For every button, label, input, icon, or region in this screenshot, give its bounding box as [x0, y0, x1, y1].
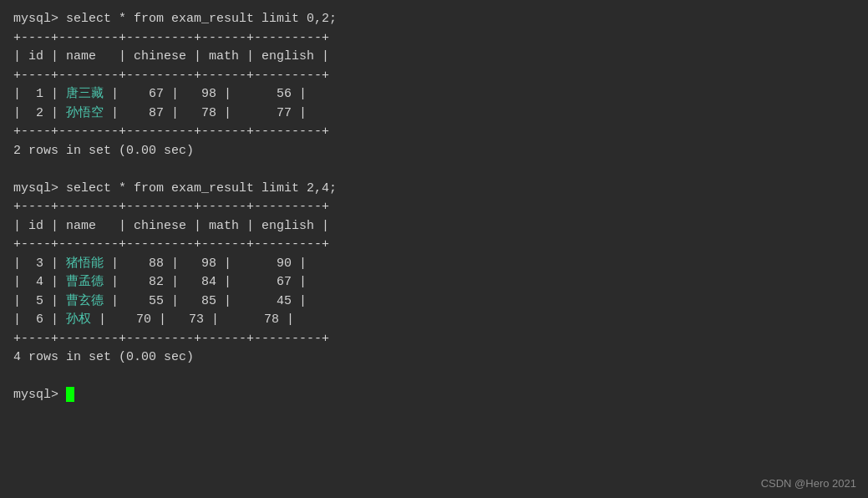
- cell-rest: | 55 | 85 | 45 |: [104, 294, 307, 308]
- table-header: | id | name | chinese | math | english |: [13, 49, 329, 64]
- prompt-text: mysql> select * from exam_result limit 0…: [13, 12, 337, 26]
- table-border: +----+--------+---------+------+--------…: [13, 31, 329, 45]
- table-border: +----+--------+---------+------+--------…: [13, 69, 329, 83]
- cell-id: | 5: [13, 294, 51, 308]
- terminal-line: | 6 | 孙权 | 70 | 73 | 78 |: [13, 311, 855, 330]
- cell-name: 猪悟能: [66, 257, 104, 271]
- terminal-line: +----+--------+---------+------+--------…: [13, 236, 855, 255]
- output-area: mysql> select * from exam_result limit 0…: [13, 10, 855, 405]
- terminal-line: | 4 | 曹孟德 | 82 | 84 | 67 |: [13, 273, 855, 292]
- cell-sep: |: [51, 313, 66, 327]
- cell-name: 曹玄德: [66, 294, 104, 308]
- terminal-line: [13, 368, 855, 387]
- cell-rest: | 70 | 73 | 78 |: [91, 313, 294, 327]
- cell-sep: |: [51, 275, 66, 289]
- result-info: 2 rows in set (0.00 sec): [13, 144, 194, 158]
- cell-name: 孙权: [66, 313, 91, 327]
- terminal-line: +----+--------+---------+------+--------…: [13, 67, 855, 86]
- terminal-line: mysql> select * from exam_result limit 2…: [13, 180, 855, 199]
- cell-name: 孙悟空: [66, 106, 104, 120]
- terminal-line: 2 rows in set (0.00 sec): [13, 142, 855, 161]
- terminal-line: +----+--------+---------+------+--------…: [13, 29, 855, 48]
- terminal-line: | 2 | 孙悟空 | 87 | 78 | 77 |: [13, 104, 855, 124]
- cell-name: 唐三藏: [66, 87, 104, 101]
- cell-rest: | 88 | 98 | 90 |: [104, 257, 307, 271]
- result-info: 4 rows in set (0.00 sec): [13, 350, 194, 364]
- cell-sep: |: [51, 106, 66, 120]
- terminal-line: | 1 | 唐三藏 | 67 | 98 | 56 |: [13, 85, 855, 104]
- table-border: +----+--------+---------+------+--------…: [13, 332, 329, 346]
- terminal-line: +----+--------+---------+------+--------…: [13, 330, 855, 349]
- cell-id: | 4: [13, 275, 51, 289]
- table-border: +----+--------+---------+------+--------…: [13, 200, 329, 214]
- terminal-line: mysql> select * from exam_result limit 0…: [13, 10, 855, 29]
- prompt-text: mysql> select * from exam_result limit 2…: [13, 181, 337, 196]
- cell-id: | 6: [13, 313, 51, 327]
- table-border: +----+--------+---------+------+--------…: [13, 237, 329, 252]
- cell-sep: |: [51, 257, 66, 271]
- terminal: mysql> select * from exam_result limit 0…: [13, 10, 855, 488]
- table-border: +----+--------+---------+------+--------…: [13, 124, 329, 139]
- table-header: | id | name | chinese | math | english |: [13, 219, 329, 233]
- terminal-line: [13, 160, 855, 180]
- watermark: CSDN @Hero 2021: [761, 477, 856, 490]
- terminal-line: | id | name | chinese | math | english |: [13, 217, 855, 236]
- terminal-line: | 3 | 猪悟能 | 88 | 98 | 90 |: [13, 255, 855, 274]
- terminal-line: +----+--------+---------+------+--------…: [13, 123, 855, 142]
- terminal-line: +----+--------+---------+------+--------…: [13, 198, 855, 217]
- cell-sep: |: [51, 87, 66, 101]
- cursor: [66, 387, 74, 402]
- cell-id: | 2: [13, 106, 51, 120]
- terminal-line: mysql>: [13, 386, 855, 405]
- cell-sep: |: [51, 294, 66, 308]
- cell-rest: | 67 | 98 | 56 |: [104, 87, 307, 101]
- cell-rest: | 87 | 78 | 77 |: [104, 106, 307, 120]
- cell-id: | 1: [13, 87, 51, 101]
- terminal-line: | 5 | 曹玄德 | 55 | 85 | 45 |: [13, 292, 855, 312]
- terminal-line: | id | name | chinese | math | english |: [13, 48, 855, 67]
- cell-id: | 3: [13, 257, 51, 271]
- final-prompt: mysql>: [13, 388, 66, 402]
- terminal-line: 4 rows in set (0.00 sec): [13, 348, 855, 368]
- cell-name: 曹孟德: [66, 275, 104, 289]
- cell-rest: | 82 | 84 | 67 |: [104, 275, 307, 289]
